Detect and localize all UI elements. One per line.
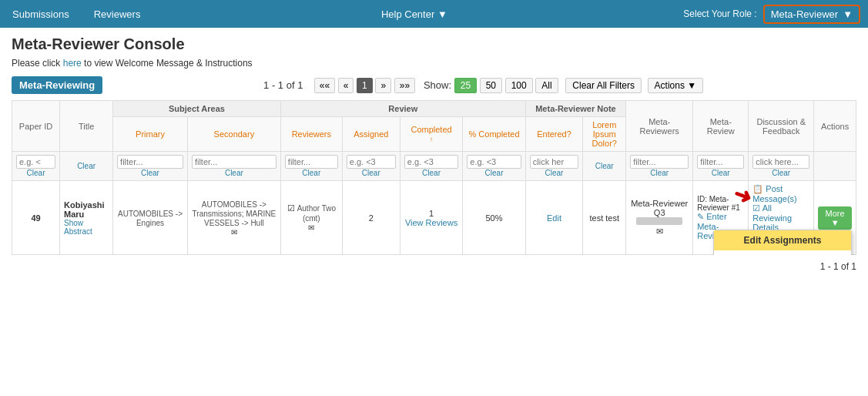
clear-meta-review-link[interactable]: Clear (697, 169, 744, 177)
secondary-subject-value: AUTOMOBILES -> Transmissions; MARINE VES… (193, 200, 276, 227)
secondary-email-icon: ✉ (231, 228, 237, 237)
cell-primary-subject: AUTOMOBILES -> Engines (113, 181, 188, 255)
clear-secondary-link[interactable]: Clear (192, 169, 276, 177)
clear-meta-reviewers-link[interactable]: Clear (630, 169, 689, 177)
cell-paper-id: 49 (12, 181, 60, 255)
clear-lorem-link[interactable]: Clear (587, 162, 622, 170)
paper-title-value: Kobiyashi Maru (64, 200, 105, 219)
cell-lorem-ipsum: test test (583, 181, 626, 255)
role-value: Meta-Reviewer (771, 8, 838, 20)
completed-count: 1 (429, 209, 434, 218)
filter-lorem-cell: Clear (583, 152, 626, 181)
filter-paper-id-cell: Clear (12, 152, 60, 181)
reviewer-name: Author Two (cmt) (297, 204, 336, 223)
email-senior-meta-reviewer-item[interactable]: Email Senior Meta-Reviewer (714, 250, 851, 256)
page-content: Meta-Reviewer Console Please click here … (0, 28, 868, 286)
role-dropdown-arrow: ▼ (843, 8, 853, 20)
filter-meta-review-cell: Clear (693, 152, 749, 181)
filter-primary[interactable] (117, 155, 183, 169)
reviewer-email-icon: ✉ (308, 223, 314, 232)
view-reviews-link[interactable]: View Reviews (405, 218, 457, 227)
filter-entered[interactable] (530, 155, 579, 169)
th-assigned: Assigned (342, 117, 400, 152)
filter-entered-cell: Clear (525, 152, 583, 181)
filter-completed-cell: Clear (400, 152, 462, 181)
filter-actions-cell (814, 152, 856, 181)
clear-title-link[interactable]: Clear (64, 162, 109, 170)
cell-meta-reviewer: Meta-Reviewer Q3 ✉ (626, 181, 693, 255)
cell-title: Kobiyashi Maru Show Abstract (60, 181, 113, 255)
filter-title-cell: Clear (60, 152, 113, 181)
clear-pct-link[interactable]: Clear (467, 169, 521, 177)
nav-right: Select Your Role : Meta-Reviewer ▼ (683, 5, 860, 24)
table-row: 49 Kobiyashi Maru Show Abstract AUTOMOBI… (12, 181, 856, 255)
filter-secondary-cell: Clear (187, 152, 280, 181)
show-100-btn[interactable]: 100 (505, 78, 533, 93)
show-50-btn[interactable]: 50 (480, 78, 502, 93)
cell-assigned: 2 (342, 181, 400, 255)
filter-assigned[interactable] (347, 155, 396, 169)
welcome-link[interactable]: here (63, 58, 82, 69)
current-page-btn[interactable]: 1 (357, 78, 373, 93)
more-btn[interactable]: More ▼ (818, 206, 852, 230)
clear-discussion-link[interactable]: Clear (752, 169, 809, 177)
filter-assigned-cell: Clear (342, 152, 400, 181)
show-all-btn[interactable]: All (535, 78, 558, 93)
filter-pct-completed[interactable] (467, 155, 521, 169)
actions-dropdown-btn[interactable]: Actions ▼ (648, 78, 704, 93)
top-navigation: Submissions Reviewers Help Center ▼ Sele… (0, 0, 868, 28)
filter-completed[interactable] (404, 155, 458, 169)
nav-links: Submissions Reviewers (8, 2, 145, 26)
role-selector[interactable]: Meta-Reviewer ▼ (763, 5, 860, 24)
show-abstract-link[interactable]: Show Abstract (64, 219, 109, 236)
completed-sort-icon[interactable]: ↑ (430, 136, 434, 143)
more-dropdown-menu: Edit Assignments Email Senior Meta-Revie… (713, 230, 852, 256)
meta-reviewer-name: Meta-Reviewer (630, 199, 689, 208)
post-message-link[interactable]: 📋 Post Message(s) (752, 184, 809, 203)
help-center-link[interactable]: Help Center ▼ (381, 8, 447, 20)
edit-assignments-item[interactable]: Edit Assignments (714, 230, 851, 250)
filter-pct-cell: Clear (463, 152, 525, 181)
next-page-btn[interactable]: » (375, 78, 391, 93)
filter-meta-review[interactable] (697, 155, 744, 169)
reviewers-link[interactable]: Reviewers (89, 2, 146, 26)
filter-meta-reviewers[interactable] (630, 155, 689, 169)
entered-edit-link[interactable]: Edit (547, 213, 561, 223)
th-reviewers: Reviewers (280, 117, 342, 152)
th-meta-reviewers: Meta-Reviewers (626, 101, 693, 152)
meta-reviewing-badge: Meta-Reviewing (12, 76, 102, 94)
show-25-btn[interactable]: 25 (454, 78, 477, 93)
clear-assigned-link[interactable]: Clear (347, 169, 396, 177)
cell-secondary-subject: AUTOMOBILES -> Transmissions; MARINE VES… (187, 181, 280, 255)
role-label-text: Select Your Role : (683, 8, 756, 19)
primary-subject-value: AUTOMOBILES -> Engines (118, 210, 183, 227)
meta-reviewer-blurred (636, 217, 682, 225)
welcome-message: Please click here to view Welcome Messag… (12, 58, 856, 69)
last-page-btn[interactable]: »» (394, 78, 415, 93)
filter-paper-id[interactable] (16, 155, 55, 169)
filter-meta-reviewers-cell: Clear (626, 152, 693, 181)
clear-primary-link[interactable]: Clear (117, 169, 183, 177)
clear-completed-link[interactable]: Clear (404, 169, 458, 177)
cell-completed: 1 View Reviews (400, 181, 462, 255)
submissions-link[interactable]: Submissions (8, 2, 74, 26)
pagination-info: 1 - 1 of 1 «« « 1 » »» Show: 25 50 100 A… (110, 78, 856, 93)
clear-all-filters-btn[interactable]: Clear All Filters (565, 78, 642, 93)
clear-entered-link[interactable]: Clear (530, 169, 579, 177)
cell-pct-completed: 50% (463, 181, 525, 255)
all-reviewing-link[interactable]: ☑ All Reviewing Details (752, 203, 809, 232)
message-icon: 📋 (752, 184, 763, 193)
filter-discussion-cell: Clear (749, 152, 814, 181)
prev-page-btn[interactable]: « (338, 78, 354, 93)
clear-reviewers-link[interactable]: Clear (285, 169, 338, 177)
nav-center: Help Center ▼ (145, 8, 683, 20)
meta-review-id: ID: Meta-Reviewer #1 (697, 195, 744, 212)
filter-reviewers[interactable] (285, 155, 338, 169)
first-page-btn[interactable]: «« (314, 78, 335, 93)
th-completed: Completed ↑ (400, 117, 462, 152)
clear-paper-id-link[interactable]: Clear (16, 169, 55, 177)
cell-entered: Edit (525, 181, 583, 255)
filter-discussion[interactable] (752, 155, 809, 169)
filter-secondary[interactable] (192, 155, 276, 169)
th-actions: Actions (814, 101, 856, 152)
